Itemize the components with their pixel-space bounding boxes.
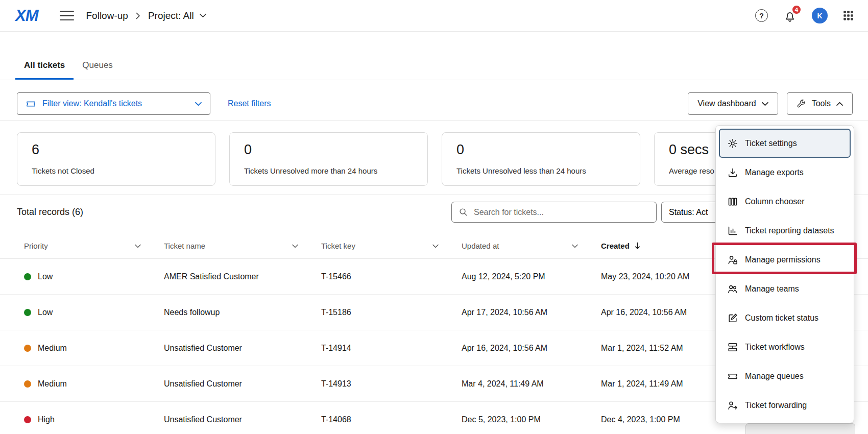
menu-item-label: Manage teams	[745, 284, 799, 294]
notifications-button[interactable]: 4	[783, 9, 797, 22]
priority-dot	[24, 416, 31, 423]
menu-item-ticket-workflows[interactable]: Ticket workflows	[719, 332, 851, 361]
ticket-icon	[727, 371, 738, 382]
help-button[interactable]: ?	[755, 9, 768, 22]
notification-badge: 4	[791, 5, 802, 15]
status-filter-label: Status: Act	[669, 208, 708, 217]
menu-item-ticket-forwarding[interactable]: Ticket forwarding	[719, 391, 851, 420]
stat-label: Tickets not Closed	[32, 166, 201, 175]
tools-button[interactable]: Tools	[787, 92, 853, 115]
menu-item-label: Manage queues	[745, 372, 804, 381]
ticket-name-cell: Unsatisfied Customer	[164, 379, 321, 389]
menu-item-manage-teams[interactable]: Manage teams	[719, 274, 851, 303]
person-arrow-icon	[727, 400, 738, 411]
chevron-down-icon[interactable]	[135, 244, 141, 248]
people-icon	[727, 283, 738, 295]
breadcrumb: Follow-up Project: All	[86, 10, 206, 21]
workflow-icon	[727, 342, 738, 353]
edit-icon	[727, 312, 738, 324]
updated-at-cell: Dec 5, 2023, 1:00 PM	[462, 415, 601, 424]
menu-item-label: Manage exports	[745, 168, 804, 177]
project-selector[interactable]: Project: All	[148, 10, 206, 21]
ticket-name-cell: Needs followup	[164, 308, 321, 317]
priority-cell: Medium	[38, 379, 67, 389]
updated-at-cell: Mar 4, 2024, 11:49 AM	[462, 379, 601, 389]
ticket-key-cell: T-14913	[321, 379, 462, 389]
updated-at-cell: Aug 12, 2024, 5:20 PM	[462, 272, 601, 281]
view-dashboard-label: View dashboard	[697, 99, 756, 108]
menu-item-label: Ticket forwarding	[745, 401, 807, 410]
download-icon	[727, 167, 738, 178]
tab-queues[interactable]: Queues	[74, 53, 122, 80]
ticket-icon	[26, 99, 36, 109]
stat-value: 0	[456, 142, 625, 158]
column-header-priority[interactable]: Priority	[24, 242, 164, 250]
menu-item-custom-ticket-status[interactable]: Custom ticket status	[719, 303, 851, 332]
stat-card-unresolved-more-24h[interactable]: 0 Tickets Unresolved more than 24 hours	[229, 132, 428, 186]
priority-cell: High	[38, 415, 55, 424]
tab-all-tickets[interactable]: All tickets	[15, 53, 74, 80]
stat-value: 0	[244, 142, 413, 158]
chevron-up-icon	[836, 102, 843, 106]
filter-bar: Filter view: Kendall's tickets Reset fil…	[0, 92, 868, 115]
view-dashboard-button[interactable]: View dashboard	[688, 92, 778, 115]
chevron-down-icon	[200, 13, 206, 18]
chevron-down-icon[interactable]	[292, 244, 298, 248]
filter-view-dropdown[interactable]: Filter view: Kendall's tickets	[17, 92, 210, 115]
stat-label: Tickets Unresolved more than 24 hours	[244, 166, 413, 175]
total-records: Total records (6)	[17, 207, 83, 218]
search-box	[451, 202, 657, 223]
menu-item-column-chooser[interactable]: Column chooser	[719, 187, 851, 216]
stat-card-unresolved-less-24h[interactable]: 0 Tickets Unresolved less than 24 hours	[442, 132, 640, 186]
ticket-name-cell: Unsatisfied Customer	[164, 415, 321, 424]
priority-cell: Low	[38, 272, 53, 281]
tools-menu: Ticket settings Manage exports Column ch…	[715, 125, 854, 423]
menu-item-manage-exports[interactable]: Manage exports	[719, 158, 851, 187]
chevron-right-icon	[136, 12, 140, 19]
xm-logo[interactable]: XM	[15, 7, 38, 25]
person-lock-icon	[727, 254, 738, 266]
priority-dot	[24, 380, 31, 388]
reset-filters-link[interactable]: Reset filters	[228, 99, 271, 108]
apps-grid-icon	[843, 10, 854, 21]
menu-item-ticket-settings[interactable]: Ticket settings	[719, 129, 851, 158]
project-selector-label: Project: All	[148, 10, 194, 21]
breadcrumb-section[interactable]: Follow-up	[86, 10, 128, 21]
filter-view-label: Filter view: Kendall's tickets	[42, 99, 195, 108]
sort-descending-icon	[634, 242, 641, 250]
menu-item-manage-permissions[interactable]: Manage permissions	[719, 245, 851, 274]
ticket-tabs: All tickets Queues	[0, 53, 868, 80]
updated-at-cell: Apr 16, 2024, 10:56 AM	[462, 344, 601, 353]
ticket-key-cell: T-14068	[321, 415, 462, 424]
priority-dot	[24, 273, 31, 280]
menu-item-label: Manage permissions	[745, 255, 821, 264]
column-header-ticket-name[interactable]: Ticket name	[164, 242, 321, 250]
hamburger-menu-icon[interactable]	[60, 10, 74, 22]
column-label: Updated at	[462, 242, 499, 250]
columns-icon	[727, 196, 738, 207]
partial-control[interactable]	[745, 423, 855, 434]
ticket-key-cell: T-14914	[321, 344, 462, 353]
gear-icon	[727, 138, 738, 149]
search-input[interactable]	[474, 208, 649, 217]
chevron-down-icon[interactable]	[432, 244, 439, 248]
ticket-key-cell: T-15186	[321, 308, 462, 317]
tools-label: Tools	[812, 99, 831, 108]
menu-item-label: Custom ticket status	[745, 314, 818, 323]
ticket-name-cell: Unsatisfied Customer	[164, 344, 321, 353]
column-label: Priority	[24, 242, 48, 250]
account-button[interactable]: K	[812, 8, 828, 23]
menu-item-manage-queues[interactable]: Manage queues	[719, 361, 851, 391]
chevron-down-icon[interactable]	[572, 244, 578, 248]
apps-grid-button[interactable]	[843, 10, 854, 21]
column-header-updated-at[interactable]: Updated at	[462, 242, 601, 250]
column-header-ticket-key[interactable]: Ticket key	[321, 242, 462, 250]
stat-card-tickets-not-closed[interactable]: 6 Tickets not Closed	[17, 132, 215, 186]
updated-at-cell: Apr 17, 2024, 10:56 AM	[462, 308, 601, 317]
priority-dot	[24, 345, 31, 352]
chevron-down-icon	[195, 102, 202, 106]
menu-item-ticket-reporting-datasets[interactable]: Ticket reporting datasets	[719, 216, 851, 245]
column-label: Created	[601, 242, 630, 250]
bar-chart-icon	[727, 225, 738, 236]
help-icon: ?	[755, 9, 768, 22]
